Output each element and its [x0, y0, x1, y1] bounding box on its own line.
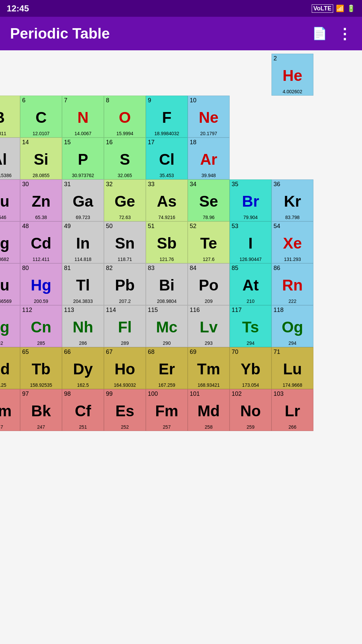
element-Es[interactable]: 99Es252: [104, 389, 146, 431]
element-Bi[interactable]: 83Bi208.9804: [146, 263, 188, 305]
element-Zn[interactable]: 30Zn65.38: [20, 179, 62, 221]
element-Lu[interactable]: 71Lu174.9668: [272, 347, 313, 389]
element-Sb[interactable]: 51Sb121.76: [146, 221, 188, 263]
element-Bk[interactable]: 97Bk247: [20, 389, 62, 431]
atomic-number: 7: [64, 97, 67, 103]
table-row: 13Al26.981538614Si28.085515P30.97376216S…: [0, 138, 313, 179]
element-Lr[interactable]: 103Lr266: [272, 389, 313, 431]
element-Kr[interactable]: 36Kr83.798: [272, 179, 313, 221]
element-Nh[interactable]: 113Nh286: [62, 305, 104, 347]
atomic-number: 68: [148, 349, 155, 355]
element-Cf[interactable]: 98Cf251: [62, 389, 104, 431]
element-Cn[interactable]: 112Cn285: [20, 305, 62, 347]
element-F[interactable]: 9F18.9984032: [146, 96, 188, 138]
element-Fm[interactable]: 100Fm257: [146, 389, 188, 431]
element-Sn[interactable]: 50Sn118.71: [104, 221, 146, 263]
element-Tl[interactable]: 81Tl204.3833: [62, 263, 104, 305]
element-Ts[interactable]: 117Ts294: [230, 305, 272, 347]
atomic-number: 85: [232, 265, 238, 271]
element-C[interactable]: 6C12.0107: [20, 96, 62, 138]
element-Ar[interactable]: 18Ar39.948: [188, 138, 230, 179]
element-Cl[interactable]: 17Cl35.453: [146, 138, 188, 179]
element-symbol: Te: [190, 235, 228, 251]
element-He[interactable]: 2He4.002602: [272, 54, 313, 96]
element-Te[interactable]: 52Te127.6: [188, 221, 230, 263]
atomic-mass: 14.0067: [64, 131, 102, 136]
atomic-number: 84: [190, 265, 196, 271]
element-Br[interactable]: 35Br79.904: [230, 179, 272, 221]
spacer: [104, 54, 146, 96]
element-symbol: Xe: [274, 235, 311, 251]
element-Dy[interactable]: 66Dy162.5: [62, 347, 104, 389]
element-Og[interactable]: 118Og294: [272, 305, 313, 347]
element-Se[interactable]: 34Se78.96: [188, 179, 230, 221]
atomic-mass: 168.93421: [190, 383, 228, 387]
element-Ag[interactable]: 47Ag107.8682: [0, 221, 20, 263]
element-Rn[interactable]: 86Rn222: [272, 263, 313, 305]
element-O[interactable]: 8O15.9994: [104, 96, 146, 138]
element-Cd[interactable]: 48Cd112.411: [20, 221, 62, 263]
element-B[interactable]: 5B10.811: [0, 96, 20, 138]
element-symbol: Tb: [22, 361, 60, 377]
element-Tm[interactable]: 69Tm168.93421: [188, 347, 230, 389]
atomic-number: 100: [148, 391, 158, 397]
atomic-mass: 127.6: [190, 257, 228, 262]
element-Cu[interactable]: 29Cu63.546: [0, 179, 20, 221]
atomic-mass: 196.966569: [0, 299, 18, 304]
element-Si[interactable]: 14Si28.0855: [20, 138, 62, 179]
atomic-number: 71: [274, 349, 280, 355]
atomic-mass: 251: [64, 425, 102, 429]
element-symbol: Md: [190, 403, 228, 419]
more-options-icon[interactable]: ⋮: [337, 25, 352, 42]
table-row: i93429Cu63.54630Zn65.3831Ga69.72332Ge72.…: [0, 179, 313, 221]
atomic-number: 10: [190, 97, 196, 103]
element-symbol: C: [22, 110, 60, 125]
element-Ge[interactable]: 32Ge72.63: [104, 179, 146, 221]
element-Gd[interactable]: 64Gd157.25: [0, 347, 20, 389]
element-I[interactable]: 53I126.90447: [230, 221, 272, 263]
atomic-mass: 131.293: [274, 257, 311, 262]
atomic-mass: 4.002602: [274, 89, 311, 94]
atomic-mass: 247: [22, 425, 60, 429]
atomic-mass: 167.259: [148, 383, 186, 387]
atomic-mass: 210: [232, 299, 269, 304]
element-Al[interactable]: 13Al26.9815386: [0, 138, 20, 179]
element-Lv[interactable]: 116Lv293: [188, 305, 230, 347]
status-bar: 12:45 VoLTE 📶 🔋: [0, 0, 362, 17]
element-Pb[interactable]: 82Pb207.2: [104, 263, 146, 305]
element-Yb[interactable]: 70Yb173.054: [230, 347, 272, 389]
element-P[interactable]: 15P30.973762: [62, 138, 104, 179]
atomic-mass: 157.25: [0, 383, 18, 387]
element-Ga[interactable]: 31Ga69.723: [62, 179, 104, 221]
element-S[interactable]: 16S32.065: [104, 138, 146, 179]
element-symbol: Cu: [0, 194, 18, 209]
atomic-mass: 294: [274, 341, 311, 345]
atomic-number: 118: [274, 307, 284, 313]
element-Hg[interactable]: 80Hg200.59: [20, 263, 62, 305]
document-icon[interactable]: 📄: [312, 26, 327, 41]
element-Ho[interactable]: 67Ho164.93032: [104, 347, 146, 389]
element-N[interactable]: 7N14.0067: [62, 96, 104, 138]
element-Tb[interactable]: 65Tb158.92535: [20, 347, 62, 389]
atomic-number: 48: [22, 223, 29, 229]
element-As[interactable]: 33As74.9216: [146, 179, 188, 221]
element-No[interactable]: 102No259: [230, 389, 272, 431]
element-At[interactable]: 85At210: [230, 263, 272, 305]
element-Er[interactable]: 68Er167.259: [146, 347, 188, 389]
element-Cm[interactable]: 96Cm247: [0, 389, 20, 431]
element-symbol: P: [64, 152, 102, 167]
element-Md[interactable]: 101Md258: [188, 389, 230, 431]
element-Ne[interactable]: 10Ne20.1797: [188, 96, 230, 138]
element-symbol: Rn: [274, 277, 311, 293]
periodic-table-scroll[interactable]: 2He4.0026025B10.8116C12.01077N14.00678O1…: [0, 50, 362, 434]
element-In[interactable]: 49In114.818: [62, 221, 104, 263]
element-Xe[interactable]: 54Xe131.293: [272, 221, 313, 263]
element-Rg[interactable]: 111Rg282: [0, 305, 20, 347]
element-Mc[interactable]: 115Mc290: [146, 305, 188, 347]
element-Au[interactable]: 79Au196.966569: [0, 263, 20, 305]
element-symbol: Ar: [190, 152, 228, 167]
element-Po[interactable]: 84Po209: [188, 263, 230, 305]
element-symbol: F: [148, 110, 186, 125]
element-Fl[interactable]: 114Fl289: [104, 305, 146, 347]
atomic-number: 34: [190, 181, 196, 187]
